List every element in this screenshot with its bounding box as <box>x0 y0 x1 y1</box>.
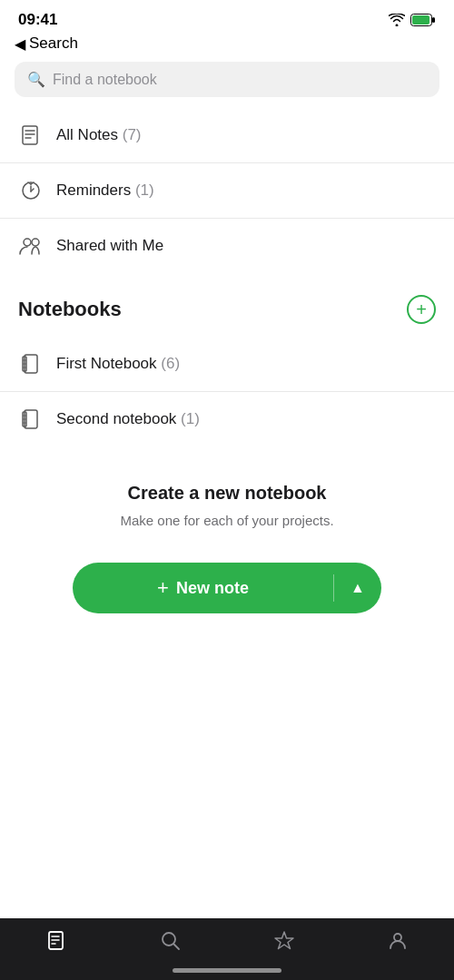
tab-notes[interactable] <box>45 929 69 953</box>
search-tab-icon <box>159 929 183 953</box>
wifi-icon <box>389 14 405 26</box>
first-notebook-label: First Notebook (6) <box>56 355 180 373</box>
tab-search[interactable] <box>159 929 183 953</box>
notes-tab-icon <box>45 929 69 953</box>
all-notes-count: (7) <box>123 126 142 143</box>
add-notebook-icon: + <box>416 300 427 318</box>
create-promo-title: Create a new notebook <box>27 483 427 504</box>
svg-rect-3 <box>23 126 37 144</box>
new-note-button[interactable]: + New note ▲ <box>73 563 381 613</box>
svg-point-13 <box>32 239 39 246</box>
svg-point-30 <box>394 934 401 941</box>
shared-label: Shared with Me <box>56 237 163 255</box>
main-content: All Notes (7) Reminders (1) <box>0 108 454 813</box>
status-time: 09:41 <box>18 11 57 29</box>
notebook-icon-2 <box>18 407 44 432</box>
svg-rect-1 <box>432 17 435 23</box>
tab-account[interactable] <box>386 929 410 953</box>
battery-icon <box>410 14 436 26</box>
status-bar: 09:41 <box>0 0 454 33</box>
back-nav[interactable]: ◀ Search <box>0 33 454 62</box>
chevron-up-icon: ▲ <box>350 580 365 596</box>
new-note-label: New note <box>176 579 249 598</box>
second-notebook-label: Second notebook (1) <box>56 410 200 428</box>
search-bar[interactable]: 🔍 Find a notebook <box>15 62 439 97</box>
add-notebook-button[interactable]: + <box>407 295 436 324</box>
status-icons <box>389 14 436 26</box>
new-note-plus-icon: + <box>157 576 169 600</box>
all-notes-label: All Notes (7) <box>56 126 142 144</box>
sidebar-item-shared[interactable]: Shared with Me <box>0 219 454 273</box>
search-bar-container: 🔍 Find a notebook <box>0 62 454 108</box>
back-label: Search <box>29 34 78 53</box>
new-note-chevron-button[interactable]: ▲ <box>334 580 381 596</box>
tab-favorites[interactable] <box>272 929 296 953</box>
svg-rect-2 <box>412 15 429 24</box>
create-promo-subtitle: Make one for each of your projects. <box>27 511 427 530</box>
reminders-count: (1) <box>135 181 154 199</box>
sidebar-item-reminders[interactable]: Reminders (1) <box>0 163 454 219</box>
reminders-icon <box>18 178 44 203</box>
new-note-bar: + New note ▲ <box>0 548 454 632</box>
first-notebook-count: (6) <box>161 355 180 372</box>
notebook-icon <box>18 351 44 377</box>
notebooks-list: First Notebook (6) Second notebook (1) <box>0 337 454 446</box>
all-notes-icon <box>18 122 44 148</box>
svg-point-12 <box>24 239 31 246</box>
notebooks-header: Notebooks + <box>0 273 454 337</box>
reminders-label: Reminders (1) <box>56 181 154 200</box>
account-tab-icon <box>386 929 410 953</box>
svg-line-29 <box>173 945 179 950</box>
notebook-item-first[interactable]: First Notebook (6) <box>0 337 454 392</box>
notebooks-section-title: Notebooks <box>18 298 122 321</box>
shared-icon <box>18 233 44 259</box>
list-section: All Notes (7) Reminders (1) <box>0 108 454 273</box>
new-note-main: + New note <box>73 576 333 600</box>
back-arrow-icon: ◀ <box>15 35 25 53</box>
search-placeholder: Find a notebook <box>53 72 157 88</box>
search-icon: 🔍 <box>27 71 45 88</box>
favorites-tab-icon <box>272 929 296 953</box>
second-notebook-count: (1) <box>181 410 200 427</box>
create-promo: Create a new notebook Make one for each … <box>0 446 454 548</box>
sidebar-item-all-notes[interactable]: All Notes (7) <box>0 108 454 163</box>
home-indicator <box>173 968 281 973</box>
notebook-item-second[interactable]: Second notebook (1) <box>0 392 454 446</box>
